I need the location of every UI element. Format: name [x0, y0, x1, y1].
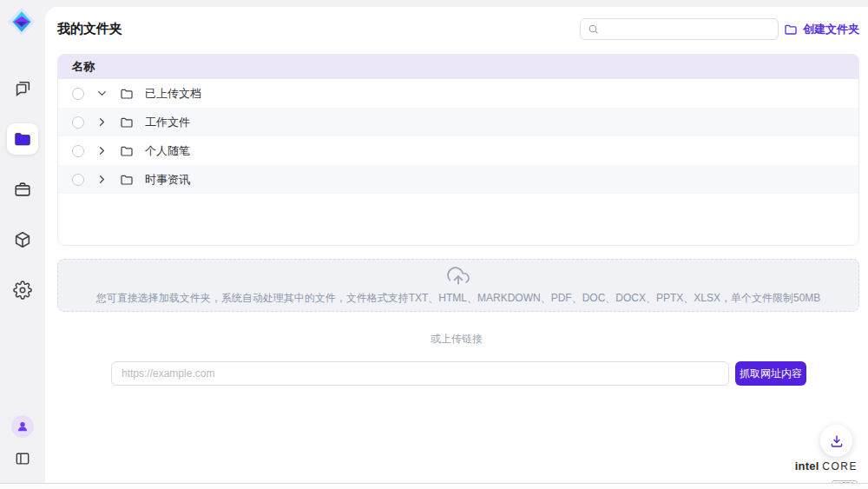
table-row[interactable]: 个人随笔	[58, 136, 858, 165]
intel-brand-text: intel	[795, 459, 819, 472]
download-icon	[829, 433, 845, 449]
folder-icon	[120, 173, 134, 187]
sidebar-item-models[interactable]	[7, 224, 38, 255]
upload-dropzone[interactable]: 您可直接选择加载文件夹，系统自动处理其中的文件，文件格式支持TXT、HTML、M…	[57, 259, 859, 312]
cube-icon	[13, 230, 32, 249]
folder-table: 名称 已上传文档工作文件个人随笔时事资讯	[57, 54, 859, 246]
briefcase-icon	[13, 180, 32, 199]
folder-table-body: 已上传文档工作文件个人随笔时事资讯	[58, 79, 858, 194]
window-bottom-edge	[0, 483, 868, 489]
folder-plus-icon	[784, 23, 798, 36]
sidebar-item-chat[interactable]	[7, 73, 38, 104]
upload-cloud-icon	[447, 265, 470, 287]
search-icon	[588, 23, 599, 35]
chevron-right-icon[interactable]	[95, 173, 108, 186]
chat-icon	[13, 79, 32, 98]
panel-toggle-icon	[14, 450, 31, 467]
avatar-icon	[16, 420, 30, 433]
chevron-down-icon[interactable]	[95, 87, 108, 100]
table-row[interactable]: 工作文件	[58, 108, 858, 136]
row-checkbox[interactable]	[72, 174, 84, 186]
folder-name: 已上传文档	[145, 86, 201, 102]
download-fab-button[interactable]	[820, 425, 852, 457]
upload-link-divider-label: 或上传链接	[45, 332, 868, 347]
sidebar	[0, 0, 45, 483]
app-logo-icon[interactable]	[7, 7, 36, 36]
url-input[interactable]	[111, 361, 729, 386]
page-title: 我的文件夹	[57, 21, 122, 37]
table-header-name: 名称	[58, 55, 858, 79]
sidebar-item-settings[interactable]	[7, 274, 38, 306]
collapse-sidebar-button[interactable]	[10, 446, 35, 471]
table-row[interactable]: 时事资讯	[58, 165, 858, 194]
gear-icon	[13, 281, 32, 300]
table-row[interactable]: 已上传文档	[58, 79, 858, 108]
folder-name: 时事资讯	[145, 172, 190, 188]
create-folder-label: 创建文件夹	[803, 22, 859, 37]
url-upload-row: 抓取网址内容	[111, 361, 806, 386]
main-panel: 我的文件夹 创建文件夹 名称 已上传文档工作文件个人随笔时事资讯 您可直接选择加…	[45, 7, 868, 483]
search-input[interactable]	[604, 23, 771, 36]
chevron-right-icon[interactable]	[95, 144, 108, 157]
folder-name: 工作文件	[145, 115, 190, 130]
user-avatar[interactable]	[11, 415, 34, 438]
row-checkbox[interactable]	[72, 116, 84, 129]
folder-icon	[120, 87, 134, 101]
folder-name: 个人随笔	[145, 143, 190, 159]
upload-hint-text: 您可直接选择加载文件夹，系统自动处理其中的文件，文件格式支持TXT、HTML、M…	[96, 291, 821, 306]
folder-icon	[13, 129, 32, 149]
folder-icon	[120, 116, 134, 129]
row-checkbox[interactable]	[72, 145, 84, 157]
core-brand-text: core	[822, 460, 858, 472]
row-checkbox[interactable]	[72, 88, 84, 100]
fetch-url-button[interactable]: 抓取网址内容	[735, 361, 806, 386]
sidebar-item-folders[interactable]	[7, 123, 38, 155]
sidebar-item-toolbox[interactable]	[7, 174, 38, 205]
search-box[interactable]	[580, 18, 779, 40]
folder-icon	[120, 144, 134, 158]
create-folder-button[interactable]: 创建文件夹	[784, 22, 859, 37]
chevron-right-icon[interactable]	[95, 116, 108, 129]
